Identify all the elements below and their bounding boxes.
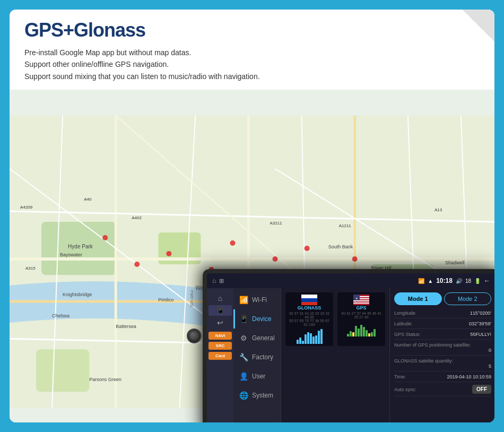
svg-text:Pimlico: Pimlico [158, 297, 173, 303]
system-menu-icon: 🌐 [239, 391, 248, 400]
wifi-icon: ▲ [428, 278, 433, 284]
menu-wifi[interactable]: 📶 Wi-Fi [233, 290, 281, 309]
auto-sync-row: Auto sync: OFF [394, 385, 491, 396]
num-sat-row: Number of GPS positioning satellite: 0 [394, 342, 491, 356]
signal-icon: 📶 [418, 278, 424, 284]
menu-device[interactable]: 📱 Device [233, 309, 281, 329]
wifi-menu-icon: 📶 [239, 296, 248, 304]
svg-text:A315: A315 [25, 266, 36, 271]
svg-rect-4 [36, 349, 89, 392]
mode2-button[interactable]: Mode 2 [444, 292, 492, 305]
svg-rect-50 [301, 295, 317, 298]
status-bar: ⌂ ⊞ 📶 ▲ 10:18 🔊 18 🔋 ← [207, 273, 494, 288]
menu-general[interactable]: ⚙ General [233, 329, 281, 348]
mode1-button[interactable]: Mode 1 [394, 292, 442, 305]
glonass-block: GLONASS 32 37 31 41 10 23 19 22 44 35 55… [285, 292, 333, 346]
gps-panel: GLONASS 32 37 31 41 10 23 19 22 44 35 55… [281, 288, 389, 422]
glonass-qty-value: 5 [489, 364, 491, 369]
glonass-bars [297, 328, 323, 344]
nav-device[interactable]: 📱 [208, 305, 232, 316]
svg-point-48 [134, 262, 140, 267]
time-row: Time: 2019-04-10 10:10:59 [394, 374, 491, 382]
battery-icon: 🔋 [474, 278, 481, 284]
nav-navi[interactable]: NAVI [208, 332, 232, 340]
svg-text:Hyde Park: Hyde Park [68, 244, 93, 249]
pwr-vol-label: PWR VOL [190, 290, 194, 307]
svg-text:A4209: A4209 [20, 205, 33, 210]
nav-panel: ⌂ 📱 ↩ NAVI SRC [207, 288, 233, 422]
glonass-nums2: 55 57 55 75 77 38 55 67 81 193 [288, 319, 331, 326]
num-sat-value: 0 [489, 348, 491, 353]
menu-user-label: User [252, 373, 265, 380]
glonass-label: GLONASS [298, 305, 321, 310]
factory-menu-icon: 🔧 [239, 353, 248, 361]
svg-point-42 [166, 251, 171, 256]
main-container: GPS+Glonass Pre-install Google Map app b… [10, 10, 494, 422]
nav-back[interactable]: ↩ [208, 317, 232, 329]
gps-status-label: GPS Status: [394, 332, 421, 337]
svg-text:A13: A13 [435, 208, 442, 212]
status-time: 10:18 [436, 277, 453, 284]
svg-text:Parsons Green: Parsons Green [89, 377, 121, 382]
svg-text:A40: A40 [84, 197, 92, 202]
gps-block: ★ GPS 40 41 27 37 44 46 36 41 25 27 40 [337, 292, 385, 346]
svg-point-46 [305, 246, 310, 251]
nav-card[interactable]: Card [208, 352, 232, 360]
menu-factory-label: Factory [252, 353, 273, 361]
screen-content: ⌂ 📱 ↩ NAVI SRC [207, 288, 494, 422]
menu-general-label: General [252, 334, 275, 342]
menu-device-label: Device [252, 315, 272, 323]
nav-home[interactable]: ⌂ [208, 292, 232, 304]
device-menu-icon: 📱 [239, 315, 248, 323]
svg-text:South Bank: South Bank [328, 244, 353, 249]
gps-nums: 40 41 27 37 44 46 36 41 25 27 40 [340, 312, 383, 319]
gps-bars [347, 321, 376, 336]
time-label: Time: [394, 374, 406, 379]
time-value: 2019-04-10 10:10:59 [447, 374, 491, 379]
description-text: Pre-install Google Map app but without m… [24, 47, 480, 82]
svg-rect-57 [353, 303, 369, 304]
glonass-qty-row: GLONASS satelite quantity: 5 [394, 358, 491, 371]
desc-line1: Pre-install Google Map app but without m… [24, 47, 480, 58]
volume-icon: 🔊 [456, 278, 462, 284]
menu-factory[interactable]: 🔧 Factory [233, 348, 281, 367]
device-screen: ⌂ ⊞ 📶 ▲ 10:18 🔊 18 🔋 ← [207, 273, 494, 422]
settings-icon[interactable]: ⊞ [219, 278, 224, 284]
svg-text:Chelsea: Chelsea [52, 313, 69, 318]
main-title: GPS+Glonass [24, 19, 145, 41]
latitude-row: Latitude: 032°39'59' [394, 321, 491, 329]
auto-sync-value[interactable]: OFF [472, 385, 491, 394]
russian-flag [301, 295, 317, 305]
menu-system[interactable]: 🌐 System [233, 386, 281, 405]
info-rows: Longitude: 115°0200' Latitude: 032°39'59… [394, 310, 491, 396]
nav-src[interactable]: SRC [208, 342, 232, 350]
svg-point-43 [230, 240, 235, 246]
auto-sync-label: Auto sync: [394, 387, 416, 392]
menu-system-label: System [252, 392, 273, 399]
glonass-nums: 32 37 31 41 10 23 19 22 44 35 [288, 312, 331, 319]
device-container: PWR VOL RST ⌂ ⊞ 📶 ▲ 10:18 🔊 18 [203, 258, 494, 422]
general-menu-icon: ⚙ [239, 334, 248, 342]
svg-text:A1211: A1211 [339, 223, 352, 228]
longitude-value: 115°0200' [470, 310, 491, 316]
content-area: London Westminster Hyde Park Bayswater K… [10, 90, 494, 422]
svg-text:A3211: A3211 [270, 221, 283, 226]
header-section: GPS+Glonass Pre-install Google Map app b… [10, 10, 494, 90]
user-menu-icon: 👤 [239, 372, 248, 381]
longitude-label: Longitude: [394, 310, 416, 316]
svg-point-49 [102, 235, 108, 240]
latitude-value: 032°39'59' [469, 321, 491, 326]
satellite-section: GLONASS 32 37 31 41 10 23 19 22 44 35 55… [285, 292, 385, 346]
longitude-row: Longitude: 115°0200' [394, 310, 491, 318]
us-flag: ★ [353, 295, 369, 305]
num-sat-label: Number of GPS positioning satellite: [394, 342, 471, 348]
glonass-qty-label: GLONASS satelite quantity: [394, 358, 453, 364]
desc-line2: Support other online/offline GPS navigat… [24, 58, 480, 70]
menu-panel: 📶 Wi-Fi 📱 Device ⚙ General [233, 288, 281, 422]
svg-rect-51 [301, 298, 317, 302]
home-icon[interactable]: ⌂ [212, 277, 216, 284]
back-btn[interactable]: ← [484, 277, 490, 284]
gps-status-value: 55FULLY! [470, 332, 491, 337]
volume-knob[interactable] [187, 329, 202, 343]
menu-user[interactable]: 👤 User [233, 367, 281, 386]
